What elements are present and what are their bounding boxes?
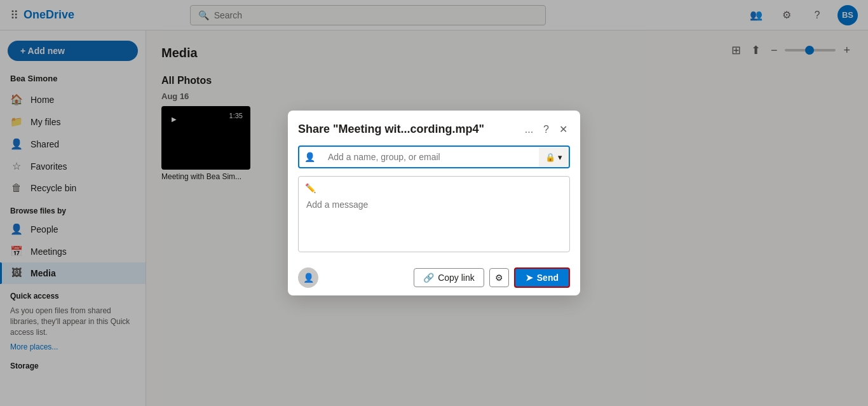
- share-help-btn[interactable]: ?: [541, 121, 552, 138]
- copy-link-button[interactable]: 🔗 Copy link: [414, 268, 484, 287]
- perm-chevron-icon: ▾: [558, 152, 562, 162]
- share-dialog-footer: 👤 🔗 Copy link ⚙ ➤ Send: [288, 260, 580, 295]
- share-dialog-header-actions: ... ? ✕: [522, 121, 570, 138]
- share-message-input[interactable]: [299, 193, 569, 249]
- send-label: Send: [537, 273, 559, 283]
- lock-icon: 🔒: [545, 152, 555, 162]
- modal-overlay[interactable]: Share "Meeting wit...cording.mp4" ... ? …: [0, 0, 868, 406]
- person-add-icon: 👤: [299, 152, 320, 162]
- link-icon: 🔗: [423, 273, 434, 283]
- settings-icon: ⚙: [495, 273, 503, 283]
- share-footer-actions: 🔗 Copy link ⚙ ➤ Send: [414, 267, 570, 288]
- avatar-icon: 👤: [303, 273, 314, 283]
- share-permission-btn[interactable]: 🔒 ▾: [539, 147, 569, 167]
- share-dialog-title: Share "Meeting wit...cording.mp4": [298, 123, 484, 136]
- share-user-avatar: 👤: [298, 267, 318, 288]
- link-settings-button[interactable]: ⚙: [489, 268, 509, 287]
- share-more-options-btn[interactable]: ...: [522, 121, 536, 138]
- share-dialog: Share "Meeting wit...cording.mp4" ... ? …: [288, 111, 580, 295]
- copy-link-label: Copy link: [438, 273, 475, 283]
- send-icon: ➤: [526, 273, 533, 283]
- message-icon: ✏️: [299, 177, 322, 193]
- send-button[interactable]: ➤ Send: [514, 267, 570, 288]
- share-close-btn[interactable]: ✕: [557, 121, 570, 138]
- share-dialog-header: Share "Meeting wit...cording.mp4" ... ? …: [288, 111, 580, 145]
- share-recipient-row: 👤 🔒 ▾: [298, 145, 570, 168]
- share-recipient-input[interactable]: [320, 147, 539, 167]
- share-message-row: ✏️: [298, 176, 570, 252]
